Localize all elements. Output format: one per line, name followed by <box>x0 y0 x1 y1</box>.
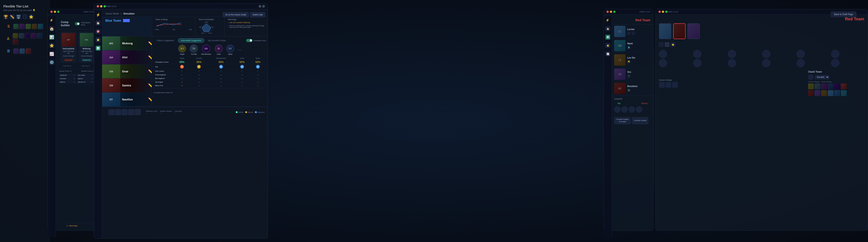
bottom-ahri[interactable] <box>115 109 121 115</box>
red-lucian-name: Lucian <box>627 28 651 31</box>
main-max[interactable] <box>103 5 106 7</box>
red-nav-3[interactable]: ⭐ <box>605 43 610 48</box>
champion-pool-toggle[interactable] <box>75 22 80 25</box>
close-control[interactable] <box>51 11 53 13</box>
gnar-edit[interactable]: ✏️ <box>148 69 152 73</box>
tab-my-scouted[interactable]: My Scouted Comps <box>205 38 229 43</box>
red-nav-4[interactable]: 📈 <box>605 51 610 56</box>
main-nav-chart[interactable]: 📊 <box>96 46 101 51</box>
right-vex[interactable] <box>687 23 700 39</box>
cg-11[interactable] <box>834 90 840 96</box>
champion-pool-toggle-main[interactable] <box>246 39 252 42</box>
right-renekton[interactable] <box>673 23 686 39</box>
warning-text-1: Lee Sin counters Wukong <box>229 22 250 24</box>
main-content: Game Mode | Simulator Go to Pre-Game Gui… <box>102 10 268 238</box>
bottom-samira[interactable] <box>128 109 134 115</box>
cg-2[interactable] <box>815 84 820 89</box>
tool-icon-1[interactable]: ⚔ <box>659 42 663 47</box>
tab-automated[interactable]: Automated Suggestion <box>178 38 204 43</box>
clash-champ-11[interactable] <box>797 59 805 67</box>
red-max[interactable] <box>613 11 616 13</box>
right-lucian[interactable] <box>659 23 671 39</box>
mordekaiser-avatar[interactable]: MK <box>202 44 210 53</box>
min-control[interactable] <box>54 11 56 13</box>
cg-3[interactable] <box>821 84 827 89</box>
tab-classic[interactable]: Classic Suggestion <box>154 38 177 43</box>
cg-7[interactable] <box>808 90 814 96</box>
back-to-draft-button[interactable]: Back to Draft Page <box>831 11 857 17</box>
cg-4[interactable] <box>828 84 834 89</box>
pick-vladimirl[interactable]: Vladimirl + <box>59 74 76 77</box>
icon-3[interactable]: 🗑️ <box>16 14 21 19</box>
switch-button[interactable]: Switch-side <box>250 12 266 17</box>
clash-champ-2[interactable] <box>693 50 702 58</box>
max-control[interactable] <box>57 11 59 13</box>
kayle-avatar[interactable]: KY <box>178 44 186 53</box>
pick-aatrox[interactable]: Aatrox + <box>59 81 76 84</box>
counter-invade-button[interactable]: Counter Invade& Invade <box>614 117 631 124</box>
guide-button[interactable]: Go to Pre-Game Guide <box>223 12 249 17</box>
tool-icon-2[interactable]: 🛡 <box>665 42 669 47</box>
cg-9[interactable] <box>821 90 827 96</box>
main-close[interactable] <box>97 5 99 7</box>
pick-aatrox2[interactable]: Aatrox + <box>77 77 94 80</box>
right-min[interactable] <box>662 11 664 13</box>
irelia-avatar[interactable]: IR <box>215 44 223 53</box>
suggested-champs-row: KY Kayle TR Trundle MK Mordekaiser IR Ir… <box>154 44 266 55</box>
icon-1[interactable]: 🏆 <box>3 14 8 19</box>
clash-champ-10[interactable] <box>762 59 770 67</box>
samira-edit[interactable]: ✏️ <box>148 83 152 88</box>
cg-1[interactable] <box>808 84 814 89</box>
cg-10[interactable] <box>828 90 834 96</box>
nav-star[interactable]: ⭐ <box>49 43 54 48</box>
counter-invade2-button[interactable]: Counter Invade <box>632 117 649 124</box>
clash-champ-1[interactable] <box>659 50 667 58</box>
cg-12[interactable] <box>841 90 847 96</box>
right-close[interactable] <box>658 11 661 13</box>
nav-settings[interactable]: ⚙️ <box>49 60 54 65</box>
main-min[interactable] <box>100 5 102 7</box>
clash-champ-8[interactable] <box>693 59 702 67</box>
main-ctrl1[interactable] <box>258 5 261 8</box>
clash-champ-12[interactable] <box>831 59 839 67</box>
more-options[interactable]: ⋯ <box>238 44 241 55</box>
nav-chart[interactable]: 📈 <box>49 51 54 56</box>
main-nav-comp[interactable]: 🎯 <box>96 29 101 34</box>
clash-player-select[interactable]: Ronaldo <box>815 75 829 79</box>
red-min[interactable] <box>610 11 612 13</box>
clash-champ-9[interactable] <box>728 59 736 67</box>
row-synergies: Synergies — — — — — <box>154 80 266 84</box>
pick-jarvan[interactable]: Jarvan IV + <box>77 81 94 84</box>
tool-icon-3[interactable]: ⭐ <box>671 42 675 47</box>
bottom-nautilus[interactable] <box>135 109 141 115</box>
main-nav-home[interactable]: 🏠 <box>96 21 101 26</box>
main-ctrl2[interactable] <box>262 5 265 8</box>
trundle-avatar[interactable]: TR <box>190 44 198 53</box>
pick-xinzhao[interactable]: Xin Zhao + <box>77 74 94 77</box>
icon-5[interactable]: ⭐ <box>29 14 34 19</box>
cg-5[interactable] <box>834 84 840 89</box>
nav-home[interactable]: 🏠 <box>49 26 54 31</box>
nautilus-edit[interactable]: ✏️ <box>148 97 152 101</box>
sylas-avatar[interactable]: SY <box>226 44 235 53</box>
bottom-gnar[interactable] <box>122 109 127 115</box>
bottom-wukong[interactable] <box>108 109 114 115</box>
clash-champ-3[interactable] <box>728 50 736 58</box>
red-close[interactable] <box>607 11 609 13</box>
clash-champ-6[interactable] <box>831 50 839 58</box>
right-max[interactable] <box>665 11 668 13</box>
main-nav-star[interactable]: ⭐ <box>96 37 101 42</box>
ahri-edit[interactable]: ✏️ <box>148 55 152 59</box>
red-nav-1[interactable]: 🏠 <box>605 26 610 31</box>
pick-grevies[interactable]: Grevies + <box>59 77 76 80</box>
nav-comp[interactable]: 📊 <box>49 35 54 39</box>
icon-4[interactable]: ↕️ <box>22 14 27 19</box>
red-nav-2[interactable]: 📊 <box>605 35 610 39</box>
cg-6[interactable] <box>841 84 847 89</box>
clash-champ-7[interactable] <box>659 59 667 67</box>
clash-champ-4[interactable] <box>762 50 770 58</box>
clash-champ-5[interactable] <box>797 50 805 58</box>
icon-2[interactable]: ✏️ <box>10 14 15 19</box>
cg-8[interactable] <box>815 90 820 96</box>
wukong-edit[interactable]: ✏️ <box>148 41 152 46</box>
